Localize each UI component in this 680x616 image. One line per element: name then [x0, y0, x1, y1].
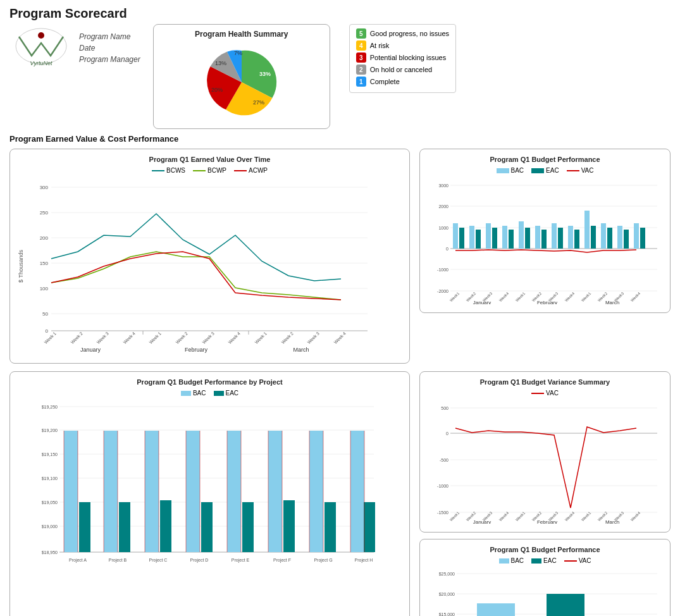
svg-rect-59 — [568, 226, 573, 249]
svg-text:Week4: Week4 — [498, 291, 510, 302]
svg-text:Project A: Project A — [69, 558, 87, 563]
svg-text:300: 300 — [40, 185, 49, 190]
budget-variance-svg: 500 0 -500 -1000 -1500 Week1 Week2 Week3… — [426, 400, 664, 524]
svg-text:$18,950: $18,950 — [42, 550, 58, 555]
manager-label: Program Manager — [79, 55, 140, 64]
legend-item-2: 2 On hold or canceled — [356, 65, 449, 75]
svg-text:200: 200 — [40, 235, 49, 241]
svg-text:-500: -500 — [440, 458, 448, 462]
budget-perf-total-legend: BAC EAC VAC — [426, 557, 664, 564]
svg-text:13%: 13% — [215, 60, 226, 66]
svg-rect-74 — [624, 230, 629, 249]
svg-rect-53 — [469, 226, 474, 249]
svg-text:Week 2: Week 2 — [70, 331, 83, 345]
svg-rect-72 — [591, 226, 596, 249]
svg-rect-121 — [283, 500, 295, 552]
svg-text:-1000: -1000 — [437, 484, 448, 488]
legend-circle-4: 4 — [356, 40, 366, 51]
svg-rect-106 — [79, 502, 90, 552]
right-bottom-charts: Program Q1 Budget Variance Summary VAC 5… — [419, 371, 671, 616]
svg-text:$20,000: $20,000 — [439, 592, 455, 596]
svg-text:$ Thousands: $ Thousands — [18, 250, 24, 283]
svg-text:Project E: Project E — [232, 558, 250, 563]
budget-perf-total-box: Program Q1 Budget Performance BAC EAC VA… — [419, 539, 671, 616]
acwp-legend: ACWP — [234, 167, 268, 174]
budget-by-project-svg: $19,250 $19,200 $19,150 $19,100 $19,050 … — [16, 400, 383, 577]
svg-rect-61 — [601, 223, 606, 249]
vac-total-legend: VAC — [564, 557, 591, 564]
svg-text:2000: 2000 — [438, 204, 448, 209]
svg-rect-115 — [201, 502, 213, 552]
svg-text:$19,100: $19,100 — [42, 476, 58, 481]
svg-text:Week 3: Week 3 — [201, 331, 215, 345]
legend-circle-1: 1 — [356, 77, 366, 87]
svg-rect-66 — [492, 228, 497, 249]
svg-rect-112 — [160, 500, 171, 552]
svg-text:Week 3: Week 3 — [306, 331, 320, 345]
svg-rect-120 — [268, 431, 282, 552]
legend-label-3: Potential blocking issues — [370, 54, 446, 61]
svg-text:Week 4: Week 4 — [122, 331, 136, 345]
svg-text:27%: 27% — [253, 99, 264, 106]
budget-perf-box: Program Q1 Budget Performance BAC EAC VA… — [419, 149, 671, 313]
svg-text:Week4: Week4 — [564, 291, 576, 302]
budget-perf-svg: 3000 2000 1000 0 -1000 -2000 — [426, 178, 664, 304]
svg-text:March: March — [293, 347, 309, 353]
svg-rect-67 — [509, 230, 514, 249]
svg-text:Week 1: Week 1 — [254, 331, 268, 345]
legend-label-4: At risk — [370, 42, 390, 49]
legend-circle-3: 3 — [356, 52, 366, 63]
page-title: Program Scorecard — [9, 6, 671, 21]
svg-rect-109 — [119, 502, 130, 552]
health-content: 33% 27% 20% 13% 7% — [197, 41, 286, 123]
svg-text:Project G: Project G — [314, 558, 332, 563]
svg-rect-114 — [186, 431, 200, 552]
svg-text:$19,200: $19,200 — [42, 428, 58, 433]
svg-text:Week 1: Week 1 — [148, 331, 162, 345]
svg-rect-56 — [519, 221, 524, 249]
svg-rect-183 — [477, 603, 515, 616]
program-info: Program Name Date Program Manager — [79, 29, 140, 64]
svg-text:$19,250: $19,250 — [42, 405, 58, 409]
svg-rect-68 — [525, 228, 530, 249]
svg-text:50: 50 — [42, 311, 48, 317]
svg-rect-124 — [325, 502, 336, 552]
svg-text:100: 100 — [40, 286, 49, 292]
svg-text:Week1: Week1 — [449, 291, 461, 302]
date-label: Date — [79, 44, 140, 52]
svg-rect-117 — [227, 431, 241, 552]
svg-text:February: February — [537, 300, 557, 304]
svg-text:33%: 33% — [259, 71, 271, 77]
right-charts-col: Program Q1 Budget Performance BAC EAC VA… — [419, 149, 671, 364]
svg-rect-69 — [541, 230, 547, 249]
health-summary-box: Program Health Summary 33% 27% — [153, 24, 330, 129]
bac-total-legend: BAC — [499, 557, 524, 564]
legend-label-5: Good progress, no issues — [370, 30, 449, 37]
health-pie-chart: 33% 27% 20% 13% 7% — [197, 41, 286, 123]
svg-text:Project H: Project H — [355, 558, 373, 563]
svg-rect-105 — [64, 431, 78, 552]
svg-text:Week 3: Week 3 — [96, 331, 109, 345]
legend-item-4: 4 At risk — [356, 40, 449, 51]
svg-rect-54 — [486, 223, 491, 249]
svg-rect-108 — [104, 431, 118, 552]
svg-text:$19,050: $19,050 — [42, 500, 58, 505]
svg-rect-184 — [547, 594, 584, 616]
vyrtunet-logo: VyrtuNet — [9, 24, 73, 68]
svg-rect-64 — [459, 228, 464, 249]
svg-rect-63 — [634, 223, 639, 249]
svg-rect-75 — [640, 228, 645, 249]
bac-legend: BAC — [497, 167, 524, 174]
svg-text:0: 0 — [446, 431, 448, 436]
svg-point-1 — [38, 32, 44, 39]
budget-perf-total-svg: $25,000 $20,000 $15,000 $10,000 $5,000 $… — [426, 568, 664, 616]
svg-text:Project B: Project B — [109, 558, 127, 563]
legend-circle-2: 2 — [356, 65, 366, 75]
svg-rect-73 — [607, 228, 612, 249]
svg-text:3000: 3000 — [438, 183, 448, 188]
svg-text:0: 0 — [446, 247, 448, 251]
logo-info: VyrtuNet Program Name Date Program Manag… — [9, 24, 140, 68]
bcwp-legend: BCWP — [193, 167, 226, 174]
program-name-label: Program Name — [79, 32, 140, 41]
legend-item-5: 5 Good progress, no issues — [356, 28, 449, 39]
